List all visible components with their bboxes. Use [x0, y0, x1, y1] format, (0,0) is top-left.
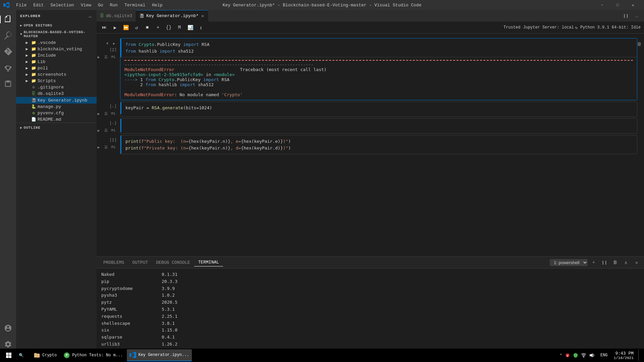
tree-item-scripts[interactable]: ▶ 📁 Scripts [16, 78, 97, 84]
cell-collapse-alt-2[interactable]: ▶ [111, 41, 117, 46]
minimize-button[interactable]: − [594, 0, 610, 10]
jupyter-refresh-icon[interactable]: ↻ [575, 25, 578, 30]
run-cell-2-button[interactable]: ▶ [97, 54, 102, 60]
taskbar-vscode[interactable]: Key Generator.ipyn... [127, 349, 192, 361]
tab-close-icon[interactable]: ✕ [201, 13, 205, 19]
run-above-button[interactable]: ⏩ [121, 23, 130, 32]
folder-icon: 📁 [31, 40, 36, 45]
system-tray[interactable]: ⌃ V [557, 349, 597, 362]
terminal-dropdown[interactable]: 1: powershell [550, 259, 588, 266]
tab-label: Key Generator.ipynb* [146, 13, 199, 18]
cell-more-empty-button[interactable]: Mi [110, 127, 117, 134]
run-cell-empty-button[interactable]: ▶ [97, 127, 102, 134]
search-button[interactable]: 🔍 [16, 349, 30, 361]
menu-terminal[interactable]: Terminal [122, 2, 148, 8]
language-indicator[interactable]: ENG [599, 353, 609, 358]
taskbar: 🔍 Crypto P Python Tests: No m... Key Gen… [0, 349, 644, 362]
python-taskbar-icon: P [63, 352, 70, 359]
tab-problems[interactable]: PROBLEMS [99, 259, 128, 266]
kill-terminal-button[interactable]: 🗑 [610, 258, 620, 267]
run-cell-print-button[interactable]: ▶ [97, 144, 102, 150]
cell-more-keypair-button[interactable]: Mi [110, 110, 117, 117]
cell-more-print-button[interactable]: Mi [110, 144, 117, 150]
cell-menu-print-button[interactable]: ☰ [103, 144, 109, 150]
jupyter-server-label: Jupyter Server: local [523, 25, 574, 30]
cell-empty: [-] ▶ ☰ Mi [97, 118, 644, 134]
terminal-maximize-button[interactable]: ∧ [621, 258, 631, 267]
tab-debug-console[interactable]: DEBUG CONSOLE [152, 259, 194, 266]
terminal-close-button[interactable]: ✕ [632, 258, 641, 267]
cell-print: [1] ▶ ☰ Mi print(f"Public key: (n={hex(k… [97, 135, 644, 154]
cell-collapse-2[interactable]: ▼ [105, 41, 110, 46]
add-cell-button[interactable]: + [154, 23, 162, 32]
cell-menu-keypair-button[interactable]: ☰ [103, 110, 109, 117]
tree-item-pyvenv[interactable]: ⚙ pyvenv.cfg [16, 110, 97, 116]
cell-number-empty: [-] [109, 121, 117, 126]
variable-explorer-button[interactable]: 📊 [186, 23, 195, 32]
clock[interactable]: 9:43 PM 1/18/2021 [611, 349, 636, 362]
cell-controls-empty: ▶ ☰ Mi [97, 127, 117, 134]
project-header[interactable]: ▼ BLOCKCHAIN-BASED-E-VOTING-MASTER [16, 29, 97, 40]
tree-item-vscode[interactable]: ▶ 📁 .vscode [16, 40, 97, 46]
activity-debug-icon[interactable] [1, 61, 15, 74]
tree-item-db-sqlite3[interactable]: 🗄 db.sqlite3 [16, 90, 97, 97]
new-file-icon[interactable]: … [88, 13, 93, 19]
title-bar-left: File Edit Selection View Go Run Terminal… [3, 2, 165, 8]
menu-edit[interactable]: Edit [31, 2, 46, 8]
show-desktop-button[interactable] [638, 349, 641, 361]
tab-db-sqlite3[interactable]: 🗄 db.sqlite3 [97, 10, 136, 22]
tab-key-generator[interactable]: 📓 Key Generator.ipynb* ✕ [136, 10, 208, 22]
activity-search-icon[interactable] [1, 29, 15, 42]
menu-selection[interactable]: Selection [48, 2, 76, 8]
more-actions-button[interactable]: … [632, 11, 641, 20]
activity-extensions-icon[interactable] [1, 77, 15, 90]
tree-item-readme[interactable]: 📄 README.md [16, 116, 97, 123]
menu-run[interactable]: Run [107, 2, 120, 8]
export-button[interactable]: ↥ [197, 23, 205, 32]
run-cell-keypair-button[interactable]: ▶ [97, 110, 102, 117]
taskbar-python-tests[interactable]: P Python Tests: No m... [61, 349, 125, 361]
close-button[interactable]: ✕ [625, 0, 641, 10]
menu-bar: File Edit Selection View Go Run Terminal… [13, 2, 165, 8]
cell-delete-2-icon[interactable]: 🗑 [636, 41, 643, 48]
run-all-button[interactable]: ⏭ [100, 23, 109, 32]
tree-item-label: blockchain_voting [38, 47, 82, 52]
outline-header[interactable]: ▶ OUTLINE [16, 124, 97, 131]
menu-file[interactable]: File [13, 2, 29, 8]
maximize-button[interactable]: □ [610, 0, 625, 10]
split-editor-button[interactable]: ❙❙ [621, 11, 631, 20]
tree-item-screenshots[interactable]: ▶ 📁 screenshots [16, 71, 97, 78]
activity-git-icon[interactable] [1, 45, 15, 58]
tree-item-blockchain-voting[interactable]: ▶ 📁 blockchain_voting [16, 46, 97, 52]
tab-terminal[interactable]: TERMINAL [194, 258, 223, 266]
tree-item-label: Include [38, 53, 56, 58]
tab-output[interactable]: OUTPUT [128, 259, 152, 266]
tree-item-lib[interactable]: ▶ 📁 Lib [16, 59, 97, 65]
new-terminal-button[interactable]: + [589, 258, 598, 267]
add-markdown-button[interactable]: M [175, 23, 184, 32]
cell-more-2-button[interactable]: Mi [110, 54, 117, 60]
tree-item-manage-py[interactable]: 🐍 manage.py [16, 104, 97, 110]
ver-pycryptodome: 3.9.9 [162, 285, 175, 292]
menu-view[interactable]: View [78, 2, 94, 8]
interrupt-button[interactable]: ■ [143, 23, 152, 32]
add-code-cell-button[interactable]: {} [164, 23, 173, 32]
open-editors-header[interactable]: ▶ OPEN EDITORS [16, 22, 97, 29]
activity-explorer-icon[interactable] [1, 13, 15, 26]
activity-account-icon[interactable] [1, 321, 15, 335]
cell-menu-empty-button[interactable]: ☰ [103, 127, 109, 134]
restart-button[interactable]: ↺ [132, 23, 141, 32]
tree-item-poll[interactable]: ▶ 📁 poll [16, 65, 97, 71]
tree-item-include[interactable]: ▶ 📁 Include [16, 52, 97, 59]
start-button[interactable] [3, 349, 15, 361]
split-terminal-button[interactable]: ❙❙ [600, 258, 609, 267]
nb-tab-icon: 📓 [139, 13, 144, 18]
menu-help[interactable]: Help [149, 2, 165, 8]
taskbar-crypto-folder[interactable]: Crypto [31, 349, 59, 361]
run-button[interactable]: ▶ [111, 23, 119, 32]
cell-menu-2-button[interactable]: ☰ [103, 54, 109, 60]
tree-item-key-generator[interactable]: 📓 Key Generator.ipynb + [16, 97, 97, 104]
ver-six: 1.15.0 [162, 327, 177, 334]
menu-go[interactable]: Go [95, 2, 106, 8]
tree-item-gitignore[interactable]: ⚙ .gitignore [16, 84, 97, 90]
